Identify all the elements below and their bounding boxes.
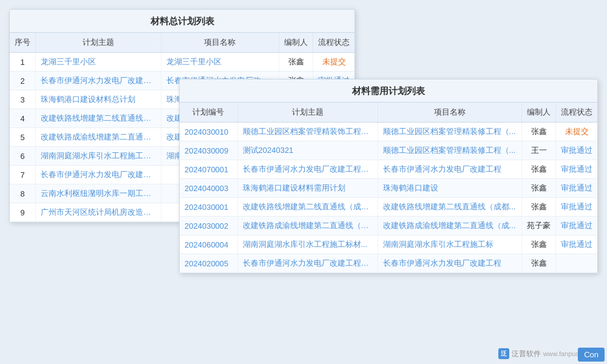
cell-plan[interactable]: 珠海鹤港口建设材料总计划	[36, 90, 161, 109]
cell-plan-no[interactable]: 2024020005	[180, 254, 237, 273]
cell-editor2: 张鑫	[522, 198, 556, 217]
cell-plan[interactable]: 云南水利枢纽潴明水库一期工程施工标材料...	[36, 184, 161, 203]
cell-plan-theme[interactable]: 改建铁路成渝线增建第二直通线（成...	[237, 217, 378, 235]
table-row: 2024030009 测试20240321 顺德工业园区档案管理精装修工程（..…	[180, 141, 597, 160]
con-button[interactable]: Con	[578, 348, 605, 362]
cell-editor2: 张鑫	[522, 123, 556, 141]
cell-project[interactable]: 龙湖三千里小区	[161, 53, 279, 72]
cell-editor2: 张鑫	[522, 179, 556, 198]
col-seq: 序号	[10, 33, 36, 53]
watermark-text: 泛普软件	[512, 349, 541, 359]
cell-plan[interactable]: 广州市天河区统计局机房改造项目材料总计划	[36, 203, 161, 222]
cell-plan-no[interactable]: 2024030002	[180, 217, 237, 235]
col-project-name: 项目名称	[378, 103, 521, 123]
cell-status2: 审批通过	[556, 141, 598, 160]
demand-plan-table: 材料需用计划列表 计划编号 计划主题 项目名称 编制人 流程状态 2024030…	[179, 79, 598, 274]
cell-plan[interactable]: 改建铁路线增建第二线直通线（成都-西安）...	[36, 109, 161, 128]
cell-project-name[interactable]: 顺德工业园区档案管理精装修工程（...	[378, 141, 521, 160]
cell-status2: 审批通过	[556, 160, 598, 179]
total-plan-header-row: 序号 计划主题 项目名称 编制人 流程状态	[10, 33, 354, 53]
cell-id: 4	[10, 109, 36, 128]
cell-id: 2	[10, 72, 36, 90]
table-row: 1 龙湖三千里小区 龙湖三千里小区 张鑫 未提交	[10, 53, 354, 72]
cell-status2: 审批通过	[556, 235, 598, 254]
cell-plan[interactable]: 湖南洞庭湖水库引水工程施工标材料总计划	[36, 147, 161, 166]
cell-status2: 审批通过	[556, 179, 598, 198]
cell-plan-theme[interactable]: 湖南洞庭湖水库引水工程施工标材...	[237, 235, 378, 254]
cell-project-name[interactable]: 顺德工业园区档案管理精装修工程（...	[378, 123, 521, 141]
table-row: 2024030010 顺德工业园区档案管理精装饰工程（... 顺德工业园区档案管…	[180, 123, 597, 141]
cell-status2	[556, 254, 598, 273]
cell-status: 未提交	[313, 53, 355, 72]
demand-plan-title: 材料需用计划列表	[180, 79, 597, 103]
cell-project-name[interactable]: 改建铁路线增建第二线直通线（成都...	[378, 198, 521, 217]
table-row: 2024040003 珠海鹤港口建设材料需用计划 珠海鹤港口建设 张鑫 审批通过	[180, 179, 597, 198]
col-plan-no: 计划编号	[180, 103, 237, 123]
cell-project-name[interactable]: 长春市伊通河水力发电厂改建工程	[378, 254, 521, 273]
table-row: 2024020005 长春市伊通河水力发电厂改建工程材... 长春市伊通河水力发…	[180, 254, 597, 273]
col-status: 流程状态	[313, 33, 355, 53]
cell-project-name[interactable]: 改建铁路成渝线增建第二直通线（成...	[378, 217, 521, 235]
col-status2: 流程状态	[556, 103, 598, 123]
col-project: 项目名称	[161, 33, 279, 53]
cell-id: 3	[10, 90, 36, 109]
cell-id: 6	[10, 147, 36, 166]
cell-id: 7	[10, 166, 36, 184]
cell-plan[interactable]: 长春市伊通河水力发电厂改建工程材料总计划	[36, 166, 161, 184]
cell-id: 8	[10, 184, 36, 203]
cell-plan-theme[interactable]: 改建铁路线增建第二线直通线（成都...	[237, 198, 378, 217]
cell-plan-theme[interactable]: 长春市伊通河水力发电厂改建工程材...	[237, 254, 378, 273]
cell-plan[interactable]: 长春市伊通河水力发电厂改建工程合同材料...	[36, 72, 161, 90]
cell-plan-theme[interactable]: 顺德工业园区档案管理精装饰工程（...	[237, 123, 378, 141]
cell-status2: 审批通过	[556, 217, 598, 235]
cell-id: 5	[10, 128, 36, 147]
cell-id: 9	[10, 203, 36, 222]
cell-id: 1	[10, 53, 36, 72]
cell-editor2: 王一	[522, 141, 556, 160]
cell-editor2: 苑子豪	[522, 217, 556, 235]
cell-status2: 审批通过	[556, 198, 598, 217]
cell-editor2: 张鑫	[522, 160, 556, 179]
watermark-logo: 泛	[498, 348, 509, 359]
cell-plan-theme[interactable]: 长春市伊通河水力发电厂改建工程合...	[237, 160, 378, 179]
cell-plan[interactable]: 龙湖三千里小区	[36, 53, 161, 72]
cell-plan-no[interactable]: 2024030009	[180, 141, 237, 160]
cell-plan-no[interactable]: 2024030001	[180, 198, 237, 217]
cell-editor2: 张鑫	[522, 254, 556, 273]
cell-project-name[interactable]: 长春市伊通河水力发电厂改建工程	[378, 160, 521, 179]
total-plan-title: 材料总计划列表	[10, 10, 354, 33]
col-plan-theme: 计划主题	[237, 103, 378, 123]
cell-plan-no[interactable]: 2024060004	[180, 235, 237, 254]
cell-plan-no[interactable]: 2024070001	[180, 160, 237, 179]
cell-status2: 未提交	[556, 123, 598, 141]
cell-plan[interactable]: 改建铁路成渝线增建第二直通线（成渝枢纽...	[36, 128, 161, 147]
col-editor2: 编制人	[522, 103, 556, 123]
col-editor: 编制人	[279, 33, 313, 53]
cell-plan-no[interactable]: 2024040003	[180, 179, 237, 198]
table-row: 2024030002 改建铁路成渝线增建第二直通线（成... 改建铁路成渝线增建…	[180, 217, 597, 235]
cell-plan-theme[interactable]: 珠海鹤港口建设材料需用计划	[237, 179, 378, 198]
cell-project-name[interactable]: 湖南洞庭湖水库引水工程施工标	[378, 235, 521, 254]
cell-editor: 张鑫	[279, 53, 313, 72]
table-row: 2024030001 改建铁路线增建第二线直通线（成都... 改建铁路线增建第二…	[180, 198, 597, 217]
table-row: 2024070001 长春市伊通河水力发电厂改建工程合... 长春市伊通河水力发…	[180, 160, 597, 179]
cell-plan-theme[interactable]: 测试20240321	[237, 141, 378, 160]
cell-plan-no[interactable]: 2024030010	[180, 123, 237, 141]
cell-project-name[interactable]: 珠海鹤港口建设	[378, 179, 521, 198]
cell-editor2: 张鑫	[522, 235, 556, 254]
table-row: 2024060004 湖南洞庭湖水库引水工程施工标材... 湖南洞庭湖水库引水工…	[180, 235, 597, 254]
demand-plan-header-row: 计划编号 计划主题 项目名称 编制人 流程状态	[180, 103, 597, 123]
col-plan: 计划主题	[36, 33, 161, 53]
